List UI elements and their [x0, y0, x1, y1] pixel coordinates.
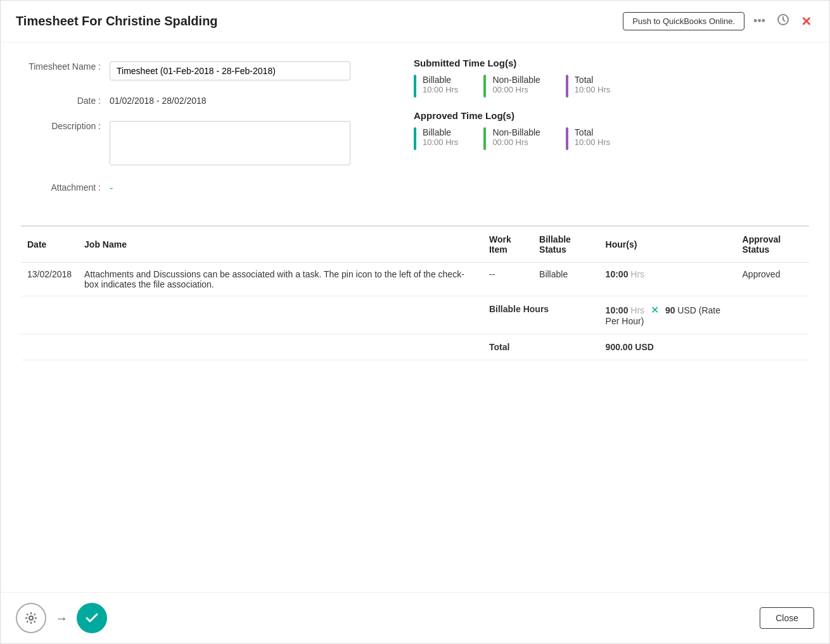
col-date: Date	[21, 227, 78, 263]
approve-button[interactable]	[77, 603, 107, 633]
submitted-total: Total 10:00 Hrs	[566, 75, 610, 98]
billable-bar	[414, 75, 416, 98]
row-work-item: --	[483, 263, 533, 296]
modal-close-button[interactable]: ✕	[798, 11, 814, 32]
timesheet-table: Date Job Name Work Item Billable Status …	[21, 227, 809, 360]
billable-hours-summary: 10:00 Hrs ✕ 90 USD (Rate Per Hour)	[599, 296, 736, 334]
history-button[interactable]	[774, 11, 792, 32]
approved-billable: Billable 10:00 Hrs	[414, 127, 458, 150]
total-row: Total 900.00 USD	[21, 334, 809, 360]
approved-non-billable-bar	[483, 127, 486, 150]
submitted-time-log: Submitted Time Log(s) Billable 10:00 Hrs	[414, 58, 809, 98]
table-row: 13/02/2018 Attachments and Discussions c…	[21, 263, 809, 296]
total-label: Total	[489, 342, 509, 352]
form-section: Timesheet Name : Date : 01/02/2018 - 28/…	[21, 58, 376, 205]
timesheet-name-value	[110, 58, 376, 80]
submitted-row: Billable 10:00 Hrs Non-Billable 00:00 Hr…	[414, 75, 809, 98]
ellipsis-icon: •••	[753, 15, 765, 28]
approved-total-bar	[566, 127, 568, 150]
row-job-name: Attachments and Discussions can be assoc…	[78, 263, 483, 296]
col-hours: Hour(s)	[599, 227, 736, 263]
date-row: Date : 01/02/2018 - 28/02/2018	[21, 92, 376, 106]
approved-billable-text: Billable 10:00 Hrs	[423, 127, 458, 150]
non-billable-text: Non-Billable 00:00 Hrs	[492, 75, 540, 98]
row-approval-status: Approved	[736, 263, 809, 296]
history-icon	[777, 13, 789, 29]
total-bar	[566, 75, 568, 98]
non-billable-bar	[483, 75, 486, 98]
description-row: Description :	[21, 117, 376, 167]
table-header-row: Date Job Name Work Item Billable Status …	[21, 227, 809, 263]
col-approval-status: Approval Status	[736, 227, 809, 263]
description-label: Description :	[21, 117, 110, 131]
checkmark-icon	[84, 610, 99, 626]
billable-hours-row: Billable Hours 10:00 Hrs ✕ 90 USD (Rate …	[21, 296, 809, 334]
svg-point-1	[29, 616, 33, 620]
total-value: 900.00 USD	[599, 334, 736, 360]
date-value: 01/02/2018 - 28/02/2018	[110, 92, 376, 106]
multiply-icon: ✕	[651, 305, 659, 315]
approved-row: Billable 10:00 Hrs Non-Billable 00:00 Hr…	[414, 127, 809, 150]
row-date: 13/02/2018	[21, 263, 78, 296]
modal-footer: → Close	[1, 592, 829, 643]
description-value	[110, 117, 376, 167]
billable-text: Billable 10:00 Hrs	[423, 75, 458, 98]
billable-hours-label: Billable Hours	[489, 304, 549, 314]
attachment-row: Attachment : -	[21, 179, 376, 194]
row-billable-status: Billable	[533, 263, 599, 296]
attachment-label: Attachment :	[21, 179, 110, 193]
approved-total-text: Total 10:00 Hrs	[575, 127, 610, 150]
quickbooks-button[interactable]: Push to QuickBooks Online.	[623, 12, 744, 30]
close-button[interactable]: Close	[760, 607, 814, 629]
close-icon: ✕	[801, 14, 812, 29]
approved-total: Total 10:00 Hrs	[566, 127, 610, 150]
approved-non-billable-text: Non-Billable 00:00 Hrs	[492, 127, 540, 150]
submitted-billable: Billable 10:00 Hrs	[414, 75, 458, 98]
timesheet-name-row: Timesheet Name :	[21, 58, 376, 80]
modal-body: Timesheet Name : Date : 01/02/2018 - 28/…	[1, 42, 829, 592]
approved-time-log: Approved Time Log(s) Billable 10:00 Hrs	[414, 110, 809, 150]
row-hours: 10:00 Hrs	[599, 263, 736, 296]
modal-title: Timesheet For Christine Spalding	[16, 14, 218, 28]
timesheet-name-label: Timesheet Name :	[21, 58, 110, 72]
submitted-non-billable: Non-Billable 00:00 Hrs	[483, 75, 540, 98]
col-job-name: Job Name	[78, 227, 483, 263]
table-section: Date Job Name Work Item Billable Status …	[21, 225, 809, 360]
submitted-title: Submitted Time Log(s)	[414, 58, 809, 68]
col-billable-status: Billable Status	[533, 227, 599, 263]
workflow-settings-icon[interactable]	[16, 603, 46, 633]
approved-billable-bar	[414, 127, 416, 150]
arrow-icon: →	[55, 611, 68, 626]
col-work-item: Work Item	[483, 227, 533, 263]
approved-title: Approved Time Log(s)	[414, 110, 809, 121]
approved-non-billable: Non-Billable 00:00 Hrs	[483, 127, 540, 150]
time-log-section: Submitted Time Log(s) Billable 10:00 Hrs	[414, 58, 809, 205]
top-section: Timesheet Name : Date : 01/02/2018 - 28/…	[21, 58, 809, 205]
total-text: Total 10:00 Hrs	[575, 75, 610, 98]
description-input[interactable]	[110, 121, 350, 165]
attachment-value: -	[110, 179, 376, 194]
date-label: Date :	[21, 92, 110, 106]
more-options-button[interactable]: •••	[751, 12, 768, 30]
modal-header: Timesheet For Christine Spalding Push to…	[1, 1, 829, 42]
header-actions: Push to QuickBooks Online. ••• ✕	[623, 11, 814, 32]
footer-workflow: →	[16, 603, 107, 633]
timesheet-name-input[interactable]	[110, 61, 350, 80]
